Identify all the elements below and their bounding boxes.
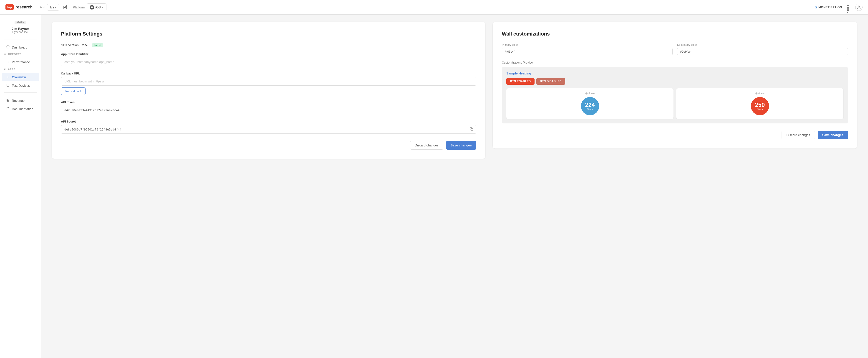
- svg-point-0: [858, 6, 860, 7]
- survey-time-2: 4 min: [680, 92, 840, 95]
- callback-url-input[interactable]: [61, 77, 476, 86]
- svg-rect-2: [4, 53, 5, 54]
- platform-save-button[interactable]: Save changes: [446, 141, 476, 149]
- sidebar-overview-label: Overview: [12, 75, 26, 79]
- logo: lap research: [5, 4, 33, 10]
- api-secret-input-wrapper: [61, 125, 476, 134]
- app-store-identifier-input[interactable]: [61, 58, 476, 66]
- sdk-label: SDK version:: [61, 43, 80, 47]
- app-dropdown[interactable]: Ivy: [47, 4, 59, 11]
- wall-discard-button[interactable]: Discard changes: [781, 131, 815, 139]
- sidebar-item-dashboard[interactable]: Dashboard: [2, 43, 39, 52]
- survey-circle-2: 250 Stars: [751, 97, 769, 115]
- callback-url-field: Callback URL Test callback: [61, 72, 476, 95]
- sidebar-item-test-devices[interactable]: Test Devices: [2, 81, 39, 90]
- header-right: $ MONETIZATION: [815, 4, 863, 11]
- api-token-input[interactable]: [61, 106, 467, 114]
- svg-rect-4: [5, 54, 6, 55]
- survey-label-1: Stars: [587, 108, 593, 110]
- svg-rect-3: [5, 53, 6, 54]
- platform-discard-button[interactable]: Discard changes: [410, 141, 443, 149]
- app-chevron-icon: [55, 5, 56, 9]
- sidebar-apps-section: ★ APPS: [0, 66, 41, 72]
- api-secret-label: API Secret: [61, 120, 476, 123]
- api-token-copy-button[interactable]: [467, 106, 476, 114]
- app-label: App: [40, 5, 45, 9]
- primary-color-field: Primary color: [502, 43, 673, 55]
- sidebar-test-devices-label: Test Devices: [12, 84, 30, 87]
- edit-icon[interactable]: [61, 3, 69, 11]
- sidebar-apps-label: APPS: [8, 68, 16, 71]
- sidebar-item-revenue[interactable]: Revenue: [2, 96, 39, 105]
- sidebar-divider-2: [4, 92, 37, 93]
- sidebar-documentation-label: Documentation: [12, 107, 33, 111]
- sidebar-item-documentation[interactable]: Documentation: [2, 105, 39, 113]
- sdk-badge: Latest: [92, 43, 103, 47]
- sdk-version: 2.5.6: [82, 43, 89, 47]
- app-selector: App Ivy: [40, 3, 69, 11]
- monetization-button[interactable]: $ MONETIZATION: [815, 5, 842, 9]
- sidebar-revenue-label: Revenue: [12, 99, 25, 103]
- platform-value: iOS: [96, 5, 101, 9]
- svg-rect-12: [7, 99, 9, 102]
- preview-container: Sample Heading BTN ENABLED BTN DISABLED …: [502, 67, 848, 123]
- svg-rect-5: [4, 54, 5, 55]
- sidebar-reports-label: REPORTS: [8, 53, 22, 56]
- preview-heading: Sample Heading: [506, 72, 843, 75]
- primary-color-input[interactable]: [502, 48, 673, 55]
- monetization-label: MONETIZATION: [818, 5, 842, 9]
- secondary-color-input[interactable]: [677, 48, 848, 55]
- color-inputs: Primary color Secondary color: [502, 43, 848, 55]
- sidebar-item-performance[interactable]: Performance: [2, 58, 39, 66]
- svg-rect-14: [471, 129, 473, 131]
- callback-url-label: Callback URL: [61, 72, 476, 75]
- wall-customizations-card: Wall customizations Primary color Second…: [493, 22, 857, 148]
- survey-value-1: 224: [585, 102, 595, 108]
- platform-chevron-icon: [102, 5, 103, 9]
- preview-btn-enabled[interactable]: BTN ENABLED: [506, 78, 534, 85]
- api-token-field: API token: [61, 101, 476, 114]
- secondary-color-label: Secondary color: [677, 43, 848, 47]
- app-store-identifier-label: App Store Identifier: [61, 52, 476, 56]
- dollar-icon: $: [815, 5, 817, 9]
- logo-text: research: [16, 5, 33, 9]
- test-callback-button[interactable]: Test callback: [61, 87, 86, 95]
- platform-dropdown[interactable]: iOS: [87, 3, 106, 11]
- sidebar-performance-label: Performance: [12, 60, 30, 64]
- survey-circle-1: 224 Stars: [581, 97, 599, 115]
- api-secret-field: API Secret: [61, 120, 476, 134]
- survey-value-2: 250: [755, 102, 765, 108]
- sidebar-item-dashboard-label: Dashboard: [12, 46, 28, 49]
- star-icon: ★: [4, 67, 6, 71]
- overview-icon: [6, 75, 9, 79]
- admin-badge: ADMIN: [0, 20, 41, 24]
- dashboard-icon: [6, 45, 9, 49]
- layout: ADMIN Jim Raynor Hyperion Inc. Dashboard…: [0, 15, 868, 358]
- survey-card-1: 6 min 224 Stars: [506, 88, 674, 119]
- wall-save-button[interactable]: Save changes: [818, 131, 848, 139]
- platform-settings-card: Platform Settings SDK version: 2.5.6 Lat…: [52, 22, 486, 159]
- app-value: Ivy: [50, 5, 54, 9]
- api-token-input-wrapper: [61, 106, 476, 114]
- user-icon[interactable]: [855, 4, 863, 11]
- sidebar-item-overview[interactable]: Overview: [2, 73, 39, 81]
- header: lap research App Ivy Platform iOS: [0, 0, 868, 15]
- platform-settings-title: Platform Settings: [61, 31, 476, 37]
- survey-time-1: 6 min: [510, 92, 670, 95]
- api-secret-input[interactable]: [61, 126, 467, 134]
- platform-selector: Platform iOS: [73, 3, 106, 11]
- preview-surveys: 6 min 224 Stars 4 min 250: [506, 88, 843, 119]
- user-company: Hyperion Inc.: [0, 30, 41, 34]
- preview-btn-disabled[interactable]: BTN DISABLED: [536, 78, 565, 85]
- sidebar: ADMIN Jim Raynor Hyperion Inc. Dashboard…: [0, 15, 41, 358]
- logo-icon: lap: [5, 4, 14, 10]
- documentation-icon: [6, 107, 9, 111]
- svg-rect-13: [471, 109, 473, 111]
- survey-card-2: 4 min 250 Stars: [676, 88, 843, 119]
- sdk-version-row: SDK version: 2.5.6 Latest: [61, 43, 476, 47]
- sidebar-reports-section: REPORTS: [0, 52, 41, 57]
- api-secret-copy-button[interactable]: [467, 125, 476, 134]
- platform-label: Platform: [73, 5, 85, 9]
- test-devices-icon: [6, 84, 9, 87]
- grid-icon[interactable]: [847, 5, 851, 9]
